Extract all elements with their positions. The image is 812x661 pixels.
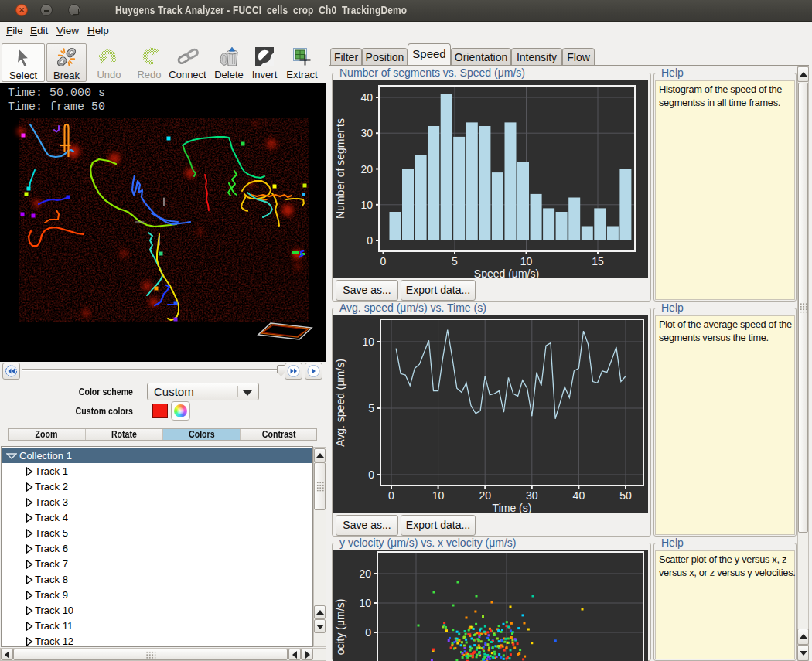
svg-text:0: 0: [365, 626, 371, 639]
svg-text:0: 0: [380, 255, 387, 267]
svg-text:Avg. speed (μm/s): Avg. speed (μm/s): [334, 359, 346, 447]
svg-text:50: 50: [619, 489, 632, 502]
svg-text:40: 40: [573, 489, 585, 502]
svg-text:30: 30: [526, 489, 538, 502]
svg-text:15: 15: [592, 255, 604, 267]
svg-text:ocity (μm/s): ocity (μm/s): [334, 599, 346, 656]
svg-text:5: 5: [368, 402, 374, 414]
svg-text:10: 10: [362, 336, 374, 348]
svg-text:Time: frame 50: Time: frame 50: [8, 101, 105, 114]
svg-text:0: 0: [367, 234, 373, 247]
svg-text:10: 10: [520, 255, 533, 267]
svg-text:10: 10: [432, 489, 445, 502]
svg-text:Number of segments: Number of segments: [334, 118, 346, 219]
svg-text:10: 10: [360, 199, 373, 211]
svg-text:Time (s): Time (s): [493, 502, 532, 513]
svg-text:0: 0: [368, 468, 374, 481]
svg-text:20: 20: [479, 489, 491, 502]
svg-text:Time: 50.000 s: Time: 50.000 s: [8, 87, 105, 100]
svg-text:Speed (μm/s): Speed (μm/s): [474, 267, 539, 278]
svg-text:20: 20: [359, 567, 371, 580]
svg-text:40: 40: [360, 91, 373, 104]
svg-text:0: 0: [388, 489, 394, 502]
svg-text:10: 10: [359, 597, 371, 609]
svg-text:20: 20: [360, 163, 373, 175]
svg-text:30: 30: [360, 127, 373, 139]
svg-text:5: 5: [452, 255, 458, 267]
